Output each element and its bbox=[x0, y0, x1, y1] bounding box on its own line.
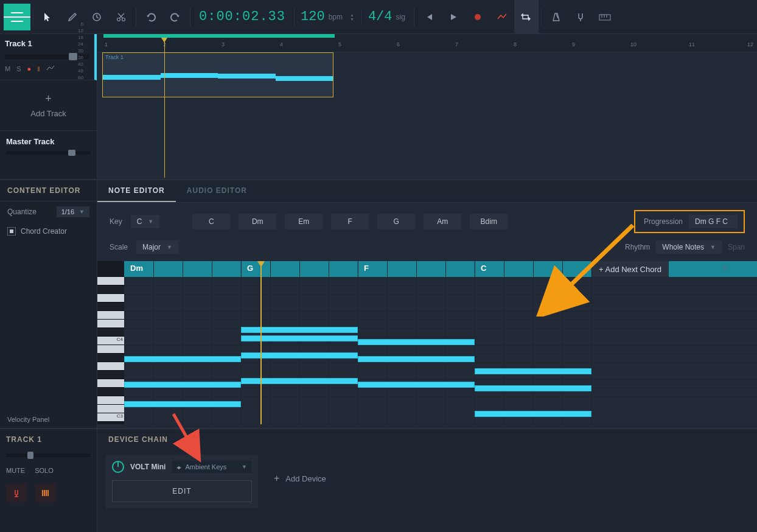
chord-button-bdim[interactable]: Bdim bbox=[470, 214, 508, 229]
progression-label: Progression bbox=[644, 217, 683, 226]
chord-button-f[interactable]: F bbox=[331, 214, 369, 229]
preset-prev-next-icon: ◂▸ bbox=[176, 464, 180, 471]
bpm-label: bpm bbox=[329, 13, 343, 21]
instrument-device: VOLT Mini ◂▸ Ambient Keys ▼ EDIT bbox=[106, 455, 258, 508]
quantize-select[interactable]: 1/16▼ bbox=[57, 206, 89, 217]
rhythm-label: Rhythm bbox=[625, 243, 650, 251]
master-track[interactable]: Master Track bbox=[0, 130, 97, 161]
redo-icon[interactable] bbox=[163, 0, 187, 34]
bpm-spinner[interactable]: ▲▼ bbox=[350, 13, 354, 21]
tab-note-editor[interactable]: NOTE EDITOR bbox=[97, 180, 176, 202]
progression-box: Progression Dm G F C bbox=[634, 210, 745, 233]
tuning-fork-icon[interactable] bbox=[568, 0, 593, 34]
device-chain-title: DEVICE CHAIN bbox=[97, 429, 757, 450]
chord-button-c[interactable]: C bbox=[192, 214, 230, 229]
svg-point-1 bbox=[117, 18, 120, 21]
scale-label: Scale bbox=[110, 243, 128, 251]
chord-button-am[interactable]: Am bbox=[424, 214, 461, 229]
preset-select[interactable]: ◂▸ Ambient Keys ▼ bbox=[172, 461, 252, 473]
automation-track-icon[interactable] bbox=[46, 65, 55, 73]
rewind-icon[interactable] bbox=[417, 0, 441, 34]
track-volume-slider[interactable] bbox=[5, 54, 89, 59]
add-track-button[interactable]: + Add Track bbox=[0, 80, 97, 130]
main-toolbar: 0:00:02.33 120 bpm ▲▼ 4/4 sig bbox=[0, 0, 757, 34]
cut-tool-icon[interactable] bbox=[109, 0, 133, 34]
menu-button[interactable] bbox=[4, 4, 30, 30]
midi-note bbox=[475, 411, 591, 417]
transport-timesig[interactable]: 4/4 bbox=[365, 9, 396, 24]
master-volume-slider[interactable] bbox=[6, 151, 91, 155]
device-chain-area: DEVICE CHAIN VOLT Mini ◂▸ Ambient Keys ▼… bbox=[97, 429, 757, 532]
transport-time[interactable]: 0:00:02.33 bbox=[193, 9, 291, 24]
transport-bpm[interactable]: 120 bbox=[297, 9, 329, 24]
device-power-button[interactable] bbox=[112, 461, 124, 473]
metronome-icon[interactable] bbox=[544, 0, 568, 34]
track-name: Track 1 bbox=[5, 39, 89, 48]
loop-icon[interactable] bbox=[514, 0, 539, 34]
checkbox-icon bbox=[7, 227, 16, 236]
key-label: Key bbox=[110, 217, 122, 226]
add-device-button[interactable]: + Add Device bbox=[274, 473, 326, 484]
device-name: VOLT Mini bbox=[130, 463, 166, 471]
velocity-panel-label[interactable]: Velocity Panel bbox=[0, 411, 97, 428]
mute-button[interactable]: MUTE bbox=[6, 467, 25, 474]
pointer-tool-icon[interactable] bbox=[36, 0, 60, 34]
midi-note bbox=[475, 368, 591, 374]
playhead[interactable] bbox=[164, 38, 165, 178]
midi-note bbox=[241, 327, 358, 333]
edit-device-button[interactable]: EDIT bbox=[112, 480, 252, 502]
note-editor-main: NOTE EDITOR AUDIO EDITOR Key C▼ C Dm Em … bbox=[97, 180, 757, 428]
piano-keyboard[interactable]: C4 C3 bbox=[97, 261, 124, 424]
chord-button-g[interactable]: G bbox=[377, 214, 415, 229]
content-editor-sidebar: CONTENT EDITOR Quantize 1/16▼ Chord Crea… bbox=[0, 180, 97, 428]
svg-rect-4 bbox=[599, 15, 610, 20]
chord-creator-toggle[interactable]: Chord Creator bbox=[0, 222, 97, 240]
svg-point-2 bbox=[122, 18, 125, 21]
svg-point-3 bbox=[475, 14, 481, 20]
midi-note bbox=[358, 382, 475, 388]
midi-clip[interactable]: Track 1 bbox=[102, 52, 333, 97]
midi-icon[interactable]: ⦀ bbox=[37, 65, 40, 73]
tab-audio-editor[interactable]: AUDIO EDITOR bbox=[176, 180, 258, 202]
rhythm-select[interactable]: Whole Notes▼ bbox=[656, 240, 722, 254]
arrangement-view[interactable]: 1 2 3 4 5 6 7 8 9 10 11 12 Track 1 bbox=[97, 34, 757, 179]
automation-icon[interactable] bbox=[490, 0, 514, 34]
plus-icon: + bbox=[274, 473, 279, 484]
record-arm-button[interactable] bbox=[6, 484, 27, 502]
chord-button-em[interactable]: Em bbox=[285, 214, 323, 229]
midi-note bbox=[241, 378, 358, 384]
chord-sequence-header: Dm G F C + Add Next Chord 6 bbox=[124, 261, 757, 277]
midi-note bbox=[358, 339, 475, 345]
content-editor-title: CONTENT EDITOR bbox=[0, 180, 97, 201]
midi-note bbox=[241, 335, 358, 341]
quantize-label: Quantize bbox=[7, 208, 37, 216]
midi-note bbox=[358, 356, 475, 362]
add-next-chord-button[interactable]: + Add Next Chord bbox=[591, 261, 669, 277]
timeline-ruler[interactable]: 1 2 3 4 5 6 7 8 9 10 11 12 bbox=[97, 34, 757, 52]
midi-note bbox=[124, 382, 241, 388]
solo-button[interactable]: SOLO bbox=[35, 467, 54, 474]
clock-tool-icon[interactable] bbox=[85, 0, 109, 34]
piano-roll[interactable]: C4 C3 Dm G F C + Add Next Chord 6 bbox=[97, 261, 757, 424]
piano-roll-playhead[interactable] bbox=[260, 261, 262, 424]
db-meter-scale: 6 12 18 24 30 36 42 48 60 bbox=[78, 21, 83, 81]
device-track-sidebar: TRACK 1 MUTE SOLO 6 12 18 24 30 36 42 48… bbox=[0, 429, 97, 532]
undo-icon[interactable] bbox=[139, 0, 163, 34]
midi-note bbox=[475, 385, 591, 391]
sig-label: sig bbox=[396, 13, 405, 21]
chord-button-dm[interactable]: Dm bbox=[239, 214, 276, 229]
record-icon[interactable] bbox=[466, 0, 490, 34]
midi-input-button[interactable] bbox=[35, 484, 56, 502]
play-icon[interactable] bbox=[441, 0, 466, 34]
keyboard-icon[interactable] bbox=[593, 0, 617, 34]
plus-icon: + bbox=[0, 93, 97, 105]
mute-button[interactable]: M bbox=[5, 65, 10, 73]
solo-button[interactable]: S bbox=[16, 65, 21, 73]
key-select[interactable]: C▼ bbox=[131, 215, 160, 228]
device-track-title: TRACK 1 bbox=[6, 435, 91, 444]
record-arm-icon[interactable]: ● bbox=[27, 65, 32, 73]
scale-select[interactable]: Major▼ bbox=[136, 240, 178, 254]
span-label: Span bbox=[728, 243, 745, 251]
midi-note bbox=[124, 401, 241, 407]
progression-input[interactable]: Dm G F C bbox=[689, 215, 738, 228]
